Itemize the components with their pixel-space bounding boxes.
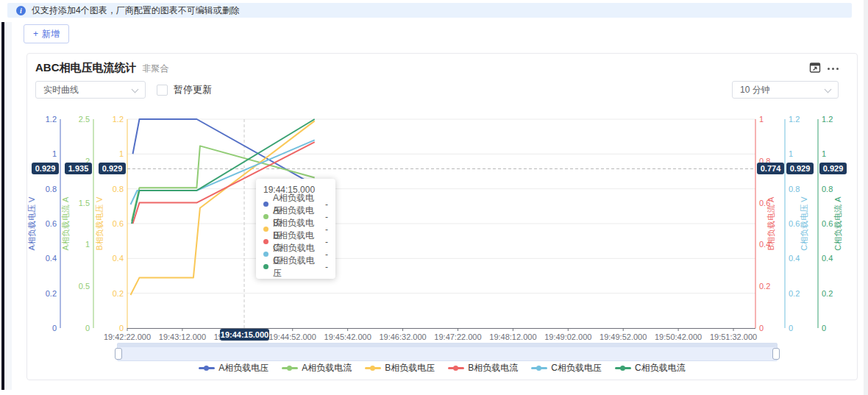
legend-label: A相负载电压 bbox=[218, 362, 268, 374]
legend-line-dot-icon bbox=[199, 367, 215, 369]
curve-type-value: 实时曲线 bbox=[43, 84, 79, 96]
aggregation-tag: 非聚合 bbox=[143, 63, 169, 75]
series-dot-icon bbox=[263, 264, 268, 269]
checkbox-box bbox=[157, 85, 168, 96]
tooltip-series-value: - bbox=[325, 212, 328, 222]
slider-top-strip bbox=[118, 344, 777, 347]
chart-tooltip: 19:44:15.000 A相负载电压-A相负载电流-B相负载电压-B相负载电流… bbox=[256, 179, 335, 279]
legend-item[interactable]: A相负载电压 bbox=[199, 362, 268, 374]
x-axis-pointer-label: 19:44:15.000 bbox=[220, 329, 269, 341]
slider-handle-left[interactable] bbox=[115, 348, 122, 360]
page-gutter bbox=[4, 22, 12, 390]
legend-label: A相负载电流 bbox=[302, 362, 352, 374]
tooltip-series-label: C相负载电压 bbox=[273, 255, 321, 280]
slider-handle-right[interactable] bbox=[772, 348, 780, 360]
chart-title: ABC相电压电流统计 bbox=[35, 61, 137, 75]
tooltip-series-value: - bbox=[325, 237, 328, 247]
pause-update-checkbox[interactable]: 暂停更新 bbox=[157, 82, 212, 97]
legend-item[interactable]: B相负载电流 bbox=[448, 362, 518, 374]
tooltip-series-value: - bbox=[325, 249, 328, 260]
legend-item[interactable]: B相负载电压 bbox=[365, 362, 435, 374]
legend-label: C相负载电流 bbox=[635, 362, 686, 374]
time-range-value: 10 分钟 bbox=[740, 84, 770, 96]
more-menu-icon[interactable] bbox=[828, 65, 844, 72]
banner-text: 仅支持添加4个图表，厂商配置的图表不可编辑或删除 bbox=[32, 4, 240, 17]
chevron-down-icon bbox=[132, 86, 139, 93]
open-in-window-icon[interactable] bbox=[809, 62, 821, 74]
data-zoom-slider[interactable] bbox=[117, 343, 778, 361]
info-banner: i 仅支持添加4个图表，厂商配置的图表不可编辑或删除 bbox=[7, 3, 852, 18]
axis-pointer-value-badge: 0.929 bbox=[786, 163, 814, 174]
legend-line-dot-icon bbox=[448, 367, 464, 369]
axis-pointer-value-badge: 0.929 bbox=[32, 163, 59, 174]
legend-item[interactable]: C相负载电流 bbox=[615, 362, 686, 374]
add-chart-button[interactable]: + 新增 bbox=[24, 24, 69, 43]
chart-legend: A相负载电压A相负载电流B相负载电压B相负载电流C相负载电压C相负载电流 bbox=[26, 362, 858, 374]
page: i 仅支持添加4个图表，厂商配置的图表不可编辑或删除 + 新增 ABC相电压电流… bbox=[0, 0, 868, 395]
tooltip-rows: A相负载电压-A相负载电流-B相负载电压-B相负载电流-C相负载电压-C相负载电… bbox=[263, 198, 328, 273]
tooltip-series-value: - bbox=[325, 199, 328, 210]
legend-item[interactable]: C相负载电压 bbox=[531, 362, 602, 374]
chevron-down-icon bbox=[825, 86, 832, 93]
time-range-select[interactable]: 10 分钟 bbox=[732, 81, 839, 99]
series-dot-icon bbox=[263, 239, 268, 244]
legend-label: B相负载电流 bbox=[468, 362, 518, 374]
pause-update-label: 暂停更新 bbox=[174, 83, 212, 96]
series-dot-icon bbox=[263, 214, 268, 219]
axis-pointer-value-badge: 0.929 bbox=[819, 163, 847, 174]
scrollbar-track[interactable] bbox=[864, 0, 868, 395]
axis-pointer-value-badge: 1.935 bbox=[65, 163, 92, 174]
series-dot-icon bbox=[263, 227, 268, 232]
legend-line-dot-icon bbox=[365, 367, 381, 369]
legend-line-dot-icon bbox=[282, 367, 298, 369]
tooltip-series-value: - bbox=[325, 262, 328, 272]
legend-label: C相负载电压 bbox=[551, 362, 602, 374]
axis-pointer-value-badge: 0.929 bbox=[99, 163, 126, 174]
add-chart-label: 新增 bbox=[42, 28, 60, 40]
plus-icon: + bbox=[33, 29, 38, 39]
chart-card-header: ABC相电压电流统计 非聚合 bbox=[35, 61, 169, 75]
curve-type-select[interactable]: 实时曲线 bbox=[35, 81, 146, 99]
legend-line-dot-icon bbox=[615, 367, 631, 369]
legend-item[interactable]: A相负载电流 bbox=[282, 362, 352, 374]
tooltip-series-value: - bbox=[325, 224, 328, 235]
tooltip-row: C相负载电压- bbox=[263, 260, 328, 273]
chart-card bbox=[26, 53, 858, 380]
info-icon: i bbox=[16, 6, 26, 15]
series-dot-icon bbox=[263, 252, 268, 257]
axis-pointer-value-badge: 0.774 bbox=[757, 163, 784, 174]
legend-label: B相负载电压 bbox=[385, 362, 435, 374]
series-dot-icon bbox=[263, 202, 268, 207]
legend-line-dot-icon bbox=[531, 367, 547, 369]
